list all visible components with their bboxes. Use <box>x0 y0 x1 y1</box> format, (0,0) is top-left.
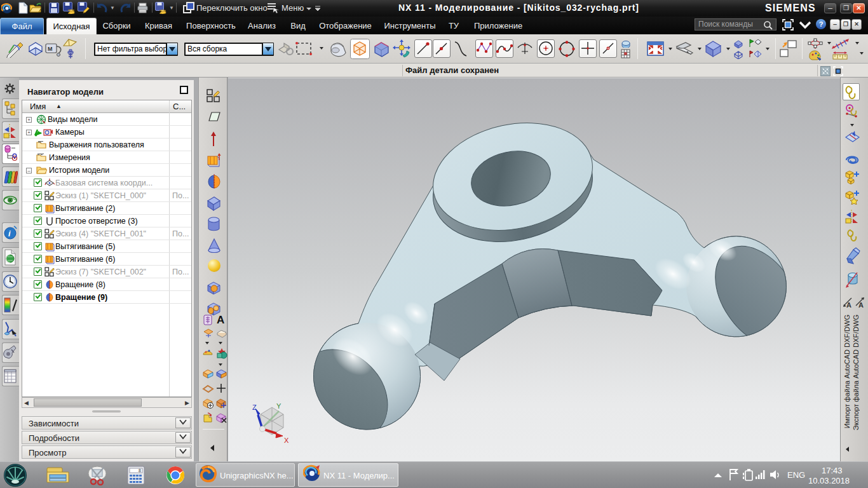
svg-text:A: A <box>846 301 851 309</box>
svg-text:Y: Y <box>276 402 281 410</box>
svg-text:8: 8 <box>139 468 141 473</box>
svg-text:M: M <box>48 46 53 52</box>
svg-text:i: i <box>8 229 11 238</box>
svg-text:Z: Z <box>252 403 257 411</box>
svg-text:X: X <box>284 437 289 444</box>
svg-text:A: A <box>858 301 864 309</box>
